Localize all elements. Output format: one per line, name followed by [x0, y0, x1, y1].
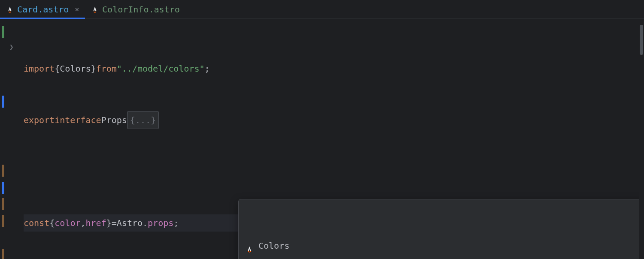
- autocomplete-item[interactable]: Colors: [239, 234, 644, 258]
- gutter-change-marker[interactable]: [2, 215, 4, 227]
- gutter-change-marker[interactable]: [2, 182, 4, 194]
- gutter[interactable]: ❯: [0, 19, 19, 259]
- astro-icon: [91, 6, 99, 13]
- code-line[interactable]: [24, 163, 639, 180]
- tab-colorinfo-astro[interactable]: ColorInfo.astro: [85, 0, 186, 18]
- tab-bar: Card.astro ✕ ColorInfo.astro: [0, 0, 644, 19]
- close-icon[interactable]: ✕: [75, 5, 79, 13]
- autocomplete-popup[interactable]: Colors ColorInfo Index Layout: [238, 199, 644, 259]
- gutter-change-marker[interactable]: [2, 96, 4, 108]
- tab-label: ColorInfo.astro: [102, 4, 180, 15]
- scroll-thumb[interactable]: [640, 25, 643, 55]
- editor: ❯ import {Colors} from "../model/colors"…: [0, 19, 644, 259]
- scrollbar[interactable]: [639, 19, 644, 259]
- fold-chevron-icon[interactable]: ❯: [9, 43, 14, 51]
- code-line[interactable]: export interface Props {...}: [24, 111, 639, 129]
- folded-region[interactable]: {...}: [127, 111, 159, 129]
- astro-icon: [246, 242, 253, 250]
- autocomplete-label: Colors: [258, 237, 289, 254]
- code-line[interactable]: import {Colors} from "../model/colors";: [24, 60, 639, 77]
- tab-card-astro[interactable]: Card.astro ✕: [0, 0, 85, 18]
- gutter-change-marker[interactable]: [2, 165, 4, 177]
- gutter-change-marker[interactable]: [2, 198, 4, 210]
- gutter-change-marker[interactable]: [2, 249, 4, 259]
- gutter-change-marker[interactable]: [2, 26, 4, 38]
- astro-icon: [6, 6, 14, 13]
- tab-label: Card.astro: [17, 4, 69, 15]
- code-area[interactable]: import {Colors} from "../model/colors"; …: [19, 19, 639, 259]
